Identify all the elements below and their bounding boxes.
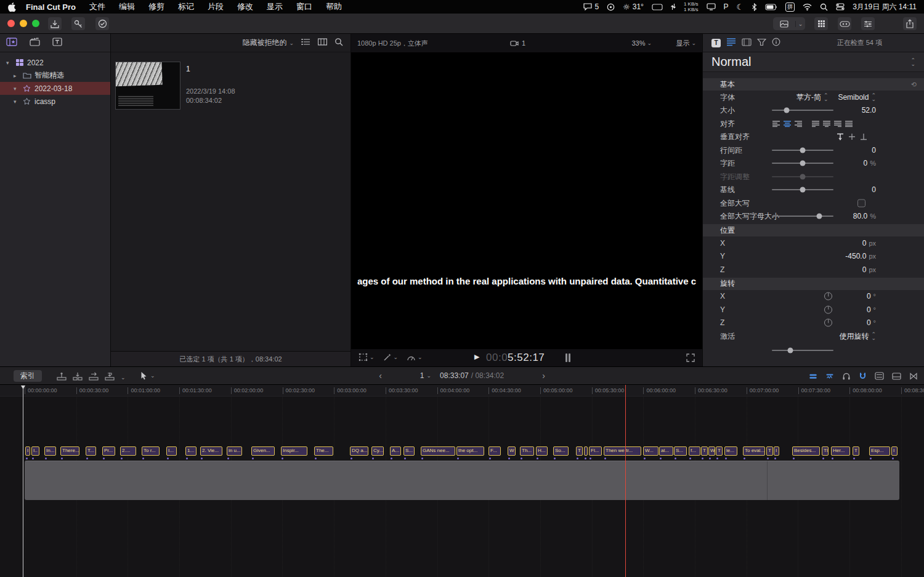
media-limit-icon[interactable] bbox=[909, 371, 918, 382]
media-browser-icon[interactable] bbox=[773, 20, 795, 28]
battery-icon[interactable] bbox=[765, 4, 777, 10]
title-clip-41[interactable]: Besides... bbox=[792, 446, 820, 456]
timeline-position-field[interactable]: 1 ⌄ bbox=[420, 371, 431, 380]
rotation-z-dial[interactable] bbox=[824, 319, 832, 327]
keyword-editor-button[interactable] bbox=[71, 17, 85, 30]
title-clip-20[interactable]: the opt... bbox=[456, 446, 484, 456]
skimmer[interactable] bbox=[625, 385, 626, 577]
filmstrip-view-button[interactable] bbox=[318, 38, 327, 47]
title-clip-38[interactable]: To eval... bbox=[743, 446, 765, 456]
wifi-icon[interactable] bbox=[803, 4, 812, 10]
menu-修改[interactable]: 修改 bbox=[237, 1, 253, 12]
updown-arrows-icon[interactable] bbox=[671, 3, 676, 10]
title-clip-11[interactable]: in u... bbox=[227, 446, 242, 456]
parallels-status-item[interactable]: P bbox=[724, 2, 729, 11]
title-clip-45[interactable]: Esp... bbox=[869, 446, 890, 456]
spotlight-search-icon[interactable] bbox=[820, 3, 828, 11]
angle-indicator[interactable]: 1 bbox=[510, 39, 525, 47]
title-clip-31[interactable]: al... bbox=[659, 446, 673, 456]
title-clip-43[interactable]: Her... bbox=[831, 446, 850, 456]
solo-toggle[interactable] bbox=[842, 371, 851, 382]
device-icon[interactable] bbox=[652, 4, 663, 10]
clip-name[interactable]: 1 bbox=[186, 65, 235, 73]
section-position[interactable]: 位置 bbox=[703, 224, 924, 236]
title-clip-39[interactable]: T bbox=[766, 446, 773, 456]
rotation-z-value[interactable]: 0 bbox=[867, 318, 871, 327]
valign-top-button[interactable] bbox=[837, 133, 844, 140]
disclosure-triangle[interactable]: ▾ bbox=[14, 99, 19, 105]
menu-编辑[interactable]: 编辑 bbox=[119, 1, 135, 12]
browser-toggle-button[interactable] bbox=[814, 17, 828, 30]
title-clip-6[interactable]: 2.... bbox=[120, 446, 136, 456]
title-clip-13[interactable]: Inspir... bbox=[281, 446, 307, 456]
title-clip-16[interactable]: Cy... bbox=[371, 446, 384, 456]
window-close-button[interactable] bbox=[7, 20, 15, 27]
valign-bottom-button[interactable] bbox=[860, 133, 867, 140]
color-inspector-tab[interactable] bbox=[757, 38, 766, 49]
sidebar-item-library-2022[interactable]: ▾ 2022 bbox=[0, 56, 110, 69]
timeline-panel[interactable]: 00:00:00:0000:00:30:0000:01:00:0000:01:3… bbox=[0, 385, 924, 577]
apple-menu-icon[interactable] bbox=[7, 2, 16, 12]
title-clip-40[interactable]: I bbox=[774, 446, 779, 456]
video-canvas[interactable]: ages of our method in the real applicati… bbox=[351, 52, 702, 349]
timeline-ruler[interactable]: 00:00:00:0000:00:30:0000:01:00:0000:01:3… bbox=[0, 385, 924, 397]
menu-片段[interactable]: 片段 bbox=[208, 1, 224, 12]
justify-left-button[interactable] bbox=[811, 120, 820, 127]
title-clip-28[interactable]: Fl... bbox=[589, 446, 602, 456]
disclosure-triangle[interactable]: ▾ bbox=[14, 86, 19, 92]
tracking-slider[interactable] bbox=[772, 163, 833, 164]
sidebar-item-event-icassp[interactable]: ▾ icassp bbox=[0, 95, 110, 108]
line-spacing-slider[interactable] bbox=[772, 150, 833, 151]
share-button[interactable] bbox=[903, 17, 917, 30]
sidebar-item-smart-collections[interactable]: ▸ 智能精选 bbox=[0, 69, 110, 82]
previous-item-button[interactable]: ‹ bbox=[379, 371, 382, 381]
disclosure-triangle[interactable]: ▾ bbox=[6, 60, 12, 66]
effects-tool-dropdown[interactable]: ⌄ bbox=[383, 353, 399, 361]
menu-显示[interactable]: 显示 bbox=[267, 1, 283, 12]
all-caps-size-value[interactable]: 80.0 bbox=[853, 212, 867, 220]
disclosure-triangle[interactable]: ▸ bbox=[14, 73, 19, 79]
title-clip-7[interactable]: To r... bbox=[142, 446, 160, 456]
all-caps-size-slider[interactable] bbox=[772, 216, 833, 217]
animate-dropdown[interactable]: 使用旋转⌃⌄ bbox=[839, 331, 876, 341]
title-clip-18[interactable]: S... bbox=[403, 446, 415, 456]
title-clip-37[interactable]: le... bbox=[724, 446, 737, 456]
baseline-slider[interactable] bbox=[772, 189, 833, 190]
retime-tool-dropdown[interactable]: ⌄ bbox=[407, 353, 423, 361]
line-spacing-value[interactable]: 0 bbox=[872, 146, 876, 155]
baseline-value[interactable]: 0 bbox=[872, 185, 876, 194]
title-clip-14[interactable]: The... bbox=[314, 446, 333, 456]
clip-appearance-button[interactable] bbox=[875, 371, 884, 382]
font-weight-dropdown[interactable]: Semibold⌃⌄ bbox=[838, 93, 876, 102]
title-clip-0[interactable]: I bbox=[25, 446, 30, 456]
network-speed-readout[interactable]: 1 KB/s 1 KB/s bbox=[684, 1, 699, 12]
title-clip-22[interactable]: W bbox=[508, 446, 516, 456]
title-clip-4[interactable]: T... bbox=[86, 446, 96, 456]
playhead[interactable] bbox=[23, 387, 23, 577]
valign-middle-button[interactable] bbox=[848, 133, 856, 140]
title-clip-35[interactable]: W bbox=[708, 446, 715, 456]
title-clip-33[interactable]: f... bbox=[689, 446, 700, 456]
text-inspector-tab[interactable] bbox=[726, 38, 736, 49]
title-clip-24[interactable]: H... bbox=[536, 446, 548, 456]
sidebar-item-event-2022-03-18[interactable]: ▾ 2022-03-18 bbox=[0, 82, 110, 95]
title-inspector-tab[interactable]: T bbox=[711, 39, 721, 47]
title-clip-29[interactable]: Then we tr... bbox=[604, 446, 641, 456]
transform-tool-dropdown[interactable]: ⌄ bbox=[359, 353, 375, 361]
title-clip-19[interactable]: GANs nee... bbox=[421, 446, 455, 456]
text-preset-header[interactable]: Normal ⌃⌄ bbox=[703, 52, 924, 72]
titles-generators-browser-toggle[interactable] bbox=[52, 38, 62, 49]
title-clip-12[interactable]: Given... bbox=[251, 446, 275, 456]
title-clip-30[interactable]: W... bbox=[643, 446, 659, 456]
position-z-value[interactable]: 0 bbox=[862, 265, 867, 274]
list-view-button[interactable] bbox=[301, 38, 310, 47]
title-clip-3[interactable]: There... bbox=[60, 446, 79, 456]
libraries-panel-toggle[interactable] bbox=[6, 38, 17, 49]
title-clip-44[interactable]: T bbox=[853, 446, 859, 456]
viewer-view-dropdown[interactable]: 显示 ⌄ bbox=[676, 39, 696, 48]
rotation-y-dial[interactable] bbox=[824, 305, 832, 313]
play-button[interactable]: ▶ bbox=[474, 353, 479, 361]
inspector-toggle-button[interactable] bbox=[861, 17, 875, 30]
window-minimize-button[interactable] bbox=[20, 20, 27, 27]
info-inspector-tab[interactable] bbox=[772, 38, 780, 49]
